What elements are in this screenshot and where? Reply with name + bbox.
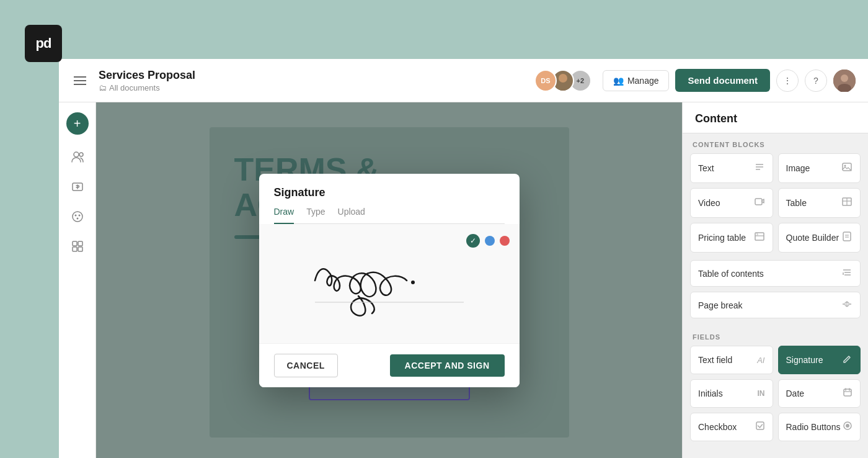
image-icon	[841, 161, 852, 175]
svg-point-6	[79, 153, 83, 156]
block-pricing-table[interactable]: Pricing table $	[690, 223, 773, 253]
radio-icon	[843, 421, 852, 433]
field-text-field[interactable]: Text field AI	[690, 346, 773, 374]
signature-modal: Signature Draw Type Upload ✓	[259, 174, 520, 387]
svg-rect-12	[73, 241, 77, 246]
text-field-label: Text field	[698, 355, 732, 365]
radio-buttons-label: Radio Buttons	[786, 422, 841, 432]
svg-rect-14	[73, 247, 77, 251]
signature-field-label: Signature	[786, 355, 823, 365]
svg-point-3	[841, 74, 848, 82]
toc-icon	[841, 267, 852, 280]
svg-point-1	[556, 83, 570, 91]
signature-indicators: ✓	[466, 234, 510, 248]
modal-header: Signature Draw Type Upload	[259, 174, 520, 224]
content-blocks-grid: Text Image	[683, 153, 868, 260]
svg-point-8	[73, 212, 82, 222]
header: Services Proposal 🗂 All documents DS +2 …	[59, 59, 868, 102]
help-button[interactable]: ?	[805, 70, 827, 92]
block-video[interactable]: Video	[690, 188, 773, 218]
text-field-icon: AI	[757, 356, 764, 365]
svg-rect-15	[78, 247, 82, 251]
svg-point-16	[411, 281, 415, 284]
svg-rect-30	[843, 232, 851, 241]
initials-label: Initials	[698, 388, 723, 398]
document-area: TERMS &AGREE Signature Draw Type Upload	[96, 102, 682, 458]
section-label-content-blocks: CONTENT BLOCKS	[683, 133, 868, 153]
checkbox-icon	[755, 421, 765, 433]
modal-title: Signature	[274, 186, 505, 199]
fields-grid: Text field AI Signature Initials IN	[683, 346, 868, 449]
toc-label: Table of contents	[698, 269, 764, 279]
quote-builder-icon	[841, 231, 852, 245]
toolbar-palette-icon[interactable]	[65, 204, 90, 229]
logo[interactable]: pd	[25, 25, 62, 62]
pricing-table-icon: $	[754, 231, 765, 245]
block-pricing-label: Pricing table	[698, 233, 746, 243]
app-container: Services Proposal 🗂 All documents DS +2 …	[59, 59, 868, 458]
section-label-fields: FIELDS	[683, 326, 868, 346]
block-image-label: Image	[786, 163, 810, 173]
block-text[interactable]: Text	[690, 153, 773, 183]
doc-title-area: Services Proposal 🗂 All documents	[99, 69, 525, 92]
block-text-label: Text	[698, 163, 714, 173]
field-date[interactable]: Date	[778, 379, 861, 408]
send-document-button[interactable]: Send document	[675, 69, 770, 92]
field-radio-buttons[interactable]: Radio Buttons	[778, 413, 861, 441]
hamburger-menu[interactable]	[71, 74, 89, 88]
block-quote-builder[interactable]: Quote Builder	[778, 223, 861, 253]
block-page-break[interactable]: Page break	[690, 292, 861, 318]
logo-text: pd	[36, 35, 51, 52]
sig-dot-blue	[485, 236, 495, 246]
field-checkbox[interactable]: Checkbox	[690, 413, 773, 441]
page-break-icon	[841, 299, 852, 312]
block-table-of-contents[interactable]: Table of contents	[690, 260, 861, 287]
tab-type[interactable]: Type	[306, 207, 325, 224]
svg-point-45	[846, 424, 849, 428]
modal-footer: CANCEL ACCEPT AND SIGN	[259, 343, 520, 387]
modal-tabs: Draw Type Upload	[274, 207, 505, 224]
field-signature[interactable]: Signature	[778, 346, 861, 374]
tab-upload[interactable]: Upload	[338, 207, 365, 224]
block-video-label: Video	[698, 198, 720, 208]
signature-canvas[interactable]	[274, 234, 505, 333]
toolbar-grid-icon[interactable]	[65, 234, 90, 259]
text-icon	[754, 161, 765, 175]
table-icon	[841, 196, 852, 210]
accept-and-sign-button[interactable]: ACCEPT AND SIGN	[390, 354, 505, 377]
user-avatar[interactable]	[833, 70, 856, 92]
svg-point-0	[559, 74, 567, 83]
cancel-button[interactable]: CANCEL	[274, 354, 338, 377]
block-table-label: Table	[786, 198, 807, 208]
sig-check-icon: ✓	[466, 234, 480, 248]
tab-draw[interactable]: Draw	[274, 207, 294, 224]
avatar-group: DS +2	[534, 70, 591, 92]
svg-point-5	[74, 152, 79, 157]
modal-overlay: Signature Draw Type Upload ✓	[96, 102, 682, 458]
date-icon	[843, 387, 852, 400]
breadcrumb[interactable]: 🗂 All documents	[99, 83, 525, 92]
initials-icon: IN	[758, 389, 765, 398]
more-options-button[interactable]: ⋮	[776, 70, 799, 92]
svg-rect-13	[78, 241, 82, 246]
block-quote-label: Quote Builder	[786, 233, 839, 243]
full-width-blocks: Table of contents Page break	[683, 260, 868, 326]
svg-text:$: $	[756, 232, 758, 236]
checkbox-label: Checkbox	[698, 422, 737, 432]
manage-button[interactable]: 👥 Manage	[603, 70, 670, 91]
body-layout: +	[59, 102, 868, 458]
svg-point-11	[76, 218, 78, 220]
block-image[interactable]: Image	[778, 153, 861, 183]
doc-title: Services Proposal	[99, 69, 525, 82]
field-initials[interactable]: Initials IN	[690, 379, 773, 408]
header-actions: DS +2 👥 Manage Send document ⋮ ?	[534, 69, 856, 92]
add-content-button[interactable]: +	[66, 112, 89, 135]
right-panel: Content CONTENT BLOCKS Text	[682, 102, 868, 458]
toolbar-dollar-icon[interactable]	[65, 174, 90, 199]
signature-field-icon	[843, 354, 852, 366]
panel-title: Content	[695, 112, 856, 125]
svg-point-9	[74, 215, 76, 217]
block-table[interactable]: Table	[778, 188, 861, 218]
modal-body[interactable]: ✓	[259, 224, 520, 343]
toolbar-people-icon[interactable]	[65, 145, 90, 169]
